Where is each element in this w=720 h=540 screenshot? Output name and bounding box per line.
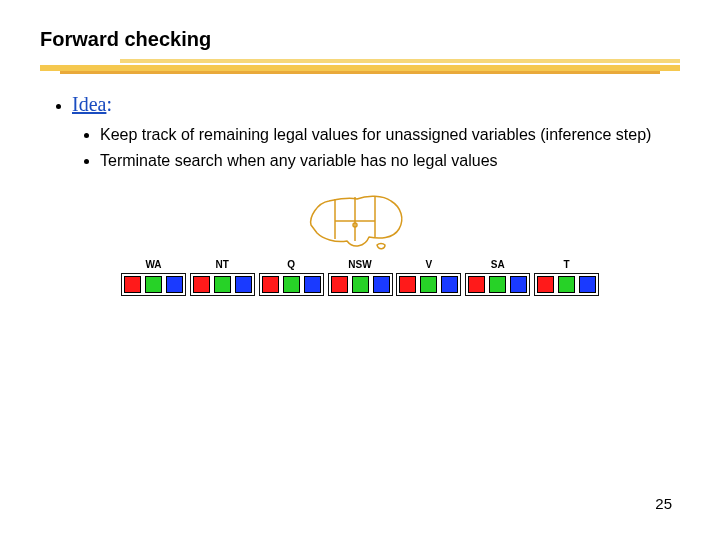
domain-cell [579,276,596,293]
domain-cell [304,276,321,293]
domain-column: NSW [327,259,394,296]
bullet-list: Idea: Keep track of remaining legal valu… [40,93,680,171]
figure: WANTQNSWVSAT [120,189,600,296]
title-divider [40,57,680,79]
sub-bullet-list: Keep track of remaining legal values for… [72,124,680,171]
domain-cell [145,276,162,293]
domain-cells [190,273,255,296]
domain-column: T [533,259,600,296]
sub-bullet: Terminate search when any variable has n… [100,150,680,172]
domain-label: V [426,259,433,270]
domain-cell [352,276,369,293]
domain-cell [537,276,554,293]
domain-cells [328,273,393,296]
domain-cell [214,276,231,293]
domain-label: NT [216,259,229,270]
idea-label: Idea [72,93,106,115]
domain-cells [396,273,461,296]
domain-cell [489,276,506,293]
divider-stroke [120,59,680,63]
domain-cells [121,273,186,296]
map-icon [305,189,415,253]
domain-row: WANTQNSWVSAT [120,259,600,296]
domain-label: T [564,259,570,270]
domain-cell [468,276,485,293]
idea-bullet: Idea: Keep track of remaining legal valu… [72,93,680,171]
domain-cell [558,276,575,293]
domain-label: WA [145,259,161,270]
divider-stroke [60,71,660,74]
domain-cell [420,276,437,293]
domain-column: V [395,259,462,296]
domain-label: SA [491,259,505,270]
domain-column: NT [189,259,256,296]
domain-label: NSW [348,259,371,270]
domain-cells [534,273,599,296]
domain-cell [193,276,210,293]
domain-cells [259,273,324,296]
slide-title: Forward checking [40,28,680,51]
domain-cell [331,276,348,293]
domain-cell [166,276,183,293]
domain-label: Q [287,259,295,270]
page-number: 25 [655,495,672,512]
domain-cell [399,276,416,293]
idea-colon: : [106,93,112,115]
domain-cell [283,276,300,293]
domain-cell [124,276,141,293]
domain-column: SA [464,259,531,296]
domain-cell [373,276,390,293]
domain-cell [262,276,279,293]
domain-cell [441,276,458,293]
australia-map [120,189,600,253]
domain-cells [465,273,530,296]
domain-cell [235,276,252,293]
slide: Forward checking Idea: Keep track of rem… [0,0,720,540]
domain-column: Q [258,259,325,296]
domain-cell [510,276,527,293]
domain-column: WA [120,259,187,296]
sub-bullet: Keep track of remaining legal values for… [100,124,680,146]
